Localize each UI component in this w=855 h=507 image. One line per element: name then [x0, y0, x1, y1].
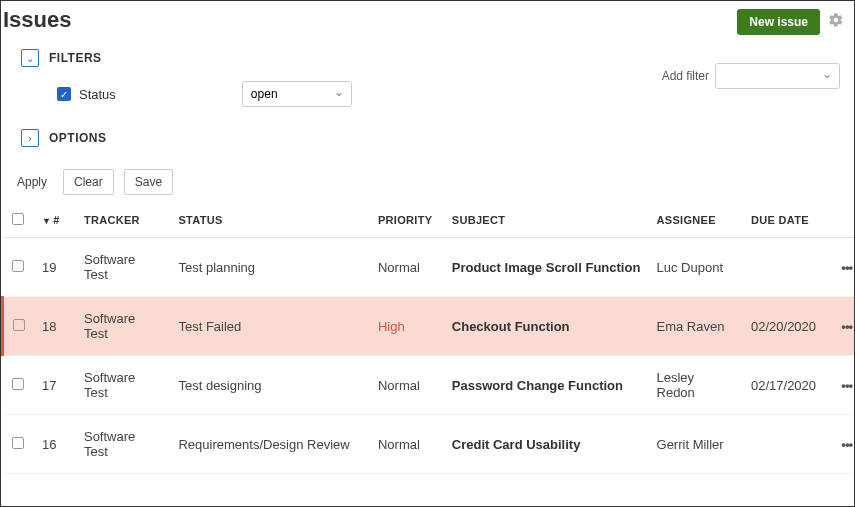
sort-desc-icon: ▼ [42, 216, 51, 226]
add-filter-label: Add filter [662, 69, 709, 83]
col-priority[interactable]: PRIORITY [370, 203, 444, 238]
row-checkbox[interactable] [13, 319, 25, 331]
page-title: Issues [3, 7, 72, 33]
table-row[interactable]: 16Software TestRequirements/Design Revie… [3, 415, 855, 474]
chevron-down-icon: ⌄ [26, 53, 34, 64]
filters-heading: FILTERS [49, 51, 102, 65]
cell-priority: Normal [370, 238, 444, 297]
add-filter-select[interactable] [715, 63, 840, 89]
row-menu-icon[interactable]: ••• [841, 319, 852, 334]
col-assignee[interactable]: ASSIGNEE [649, 203, 743, 238]
col-subject[interactable]: SUBJECT [444, 203, 649, 238]
cell-tracker: Software Test [76, 415, 170, 474]
gear-icon[interactable] [828, 12, 844, 32]
row-checkbox[interactable] [12, 437, 24, 449]
cell-id: 16 [34, 415, 76, 474]
cell-priority: Normal [370, 415, 444, 474]
row-menu-icon[interactable]: ••• [841, 437, 852, 452]
filters-toggle[interactable]: ⌄ [21, 49, 39, 67]
cell-subject[interactable]: Password Change Function [444, 356, 649, 415]
col-tracker[interactable]: TRACKER [76, 203, 170, 238]
select-all-checkbox[interactable] [12, 213, 24, 225]
cell-tracker: Software Test [76, 238, 170, 297]
cell-tracker: Software Test [76, 356, 170, 415]
table-row[interactable]: 17Software TestTest designingNormalPassw… [3, 356, 855, 415]
issues-table: ▼# TRACKER STATUS PRIORITY SUBJECT ASSIG… [1, 203, 854, 474]
col-due-date[interactable]: DUE DATE [743, 203, 832, 238]
cell-id: 19 [34, 238, 76, 297]
cell-id: 17 [34, 356, 76, 415]
cell-due-date [743, 415, 832, 474]
cell-assignee: Lesley Redon [649, 356, 743, 415]
cell-due-date [743, 238, 832, 297]
cell-due-date: 02/17/2020 [743, 356, 832, 415]
options-heading: OPTIONS [49, 131, 107, 145]
table-row[interactable]: 19Software TestTest planningNormalProduc… [3, 238, 855, 297]
cell-assignee: Luc Dupont [649, 238, 743, 297]
status-filter-checkbox[interactable]: ✓ [57, 87, 71, 101]
apply-button[interactable]: Apply [11, 169, 53, 195]
cell-priority: High [370, 297, 444, 356]
cell-assignee: Gerrit Miller [649, 415, 743, 474]
new-issue-button[interactable]: New issue [737, 9, 820, 35]
row-menu-icon[interactable]: ••• [841, 260, 852, 275]
row-checkbox[interactable] [12, 378, 24, 390]
options-toggle[interactable]: › [21, 129, 39, 147]
row-menu-icon[interactable]: ••• [841, 378, 852, 393]
cell-due-date: 02/20/2020 [743, 297, 832, 356]
cell-subject[interactable]: Checkout Function [444, 297, 649, 356]
cell-id: 18 [34, 297, 76, 356]
save-button[interactable]: Save [124, 169, 173, 195]
clear-button[interactable]: Clear [63, 169, 114, 195]
chevron-right-icon: › [28, 133, 31, 144]
cell-status: Test planning [170, 238, 369, 297]
cell-status: Test Failed [170, 297, 369, 356]
cell-subject[interactable]: Credit Card Usability [444, 415, 649, 474]
row-checkbox[interactable] [12, 260, 24, 272]
cell-status: Test designing [170, 356, 369, 415]
cell-priority: Normal [370, 356, 444, 415]
table-row[interactable]: 18Software TestTest FailedHighCheckout F… [3, 297, 855, 356]
cell-assignee: Ema Raven [649, 297, 743, 356]
col-status[interactable]: STATUS [170, 203, 369, 238]
cell-status: Requirements/Design Review [170, 415, 369, 474]
col-id[interactable]: ▼# [34, 203, 76, 238]
cell-subject[interactable]: Product Image Scroll Function [444, 238, 649, 297]
status-filter-label: Status [79, 87, 116, 102]
cell-tracker: Software Test [76, 297, 170, 356]
status-filter-select[interactable]: open [242, 81, 352, 107]
